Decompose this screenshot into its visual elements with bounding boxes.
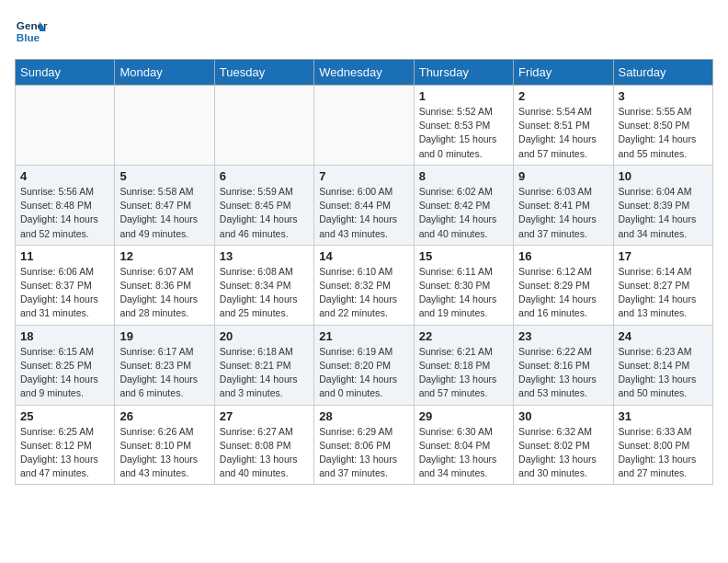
day-number: 31 bbox=[619, 409, 708, 423]
weekday-header-saturday: Saturday bbox=[613, 60, 712, 86]
day-number: 16 bbox=[518, 249, 608, 263]
logo-icon: General Blue bbox=[15, 15, 48, 48]
day-info: Sunrise: 6:06 AM Sunset: 8:37 PM Dayligh… bbox=[20, 265, 109, 321]
day-number: 22 bbox=[419, 329, 508, 343]
day-info: Sunrise: 5:58 AM Sunset: 8:47 PM Dayligh… bbox=[119, 185, 209, 241]
day-number: 24 bbox=[619, 329, 708, 343]
day-number: 6 bbox=[220, 169, 309, 183]
weekday-header-friday: Friday bbox=[514, 60, 613, 86]
calendar-week-row: 18Sunrise: 6:15 AM Sunset: 8:25 PM Dayli… bbox=[16, 325, 713, 405]
day-number: 20 bbox=[220, 329, 309, 343]
calendar-day-cell: 31Sunrise: 6:33 AM Sunset: 8:00 PM Dayli… bbox=[613, 405, 712, 485]
calendar-day-cell: 18Sunrise: 6:15 AM Sunset: 8:25 PM Dayli… bbox=[16, 325, 115, 405]
day-info: Sunrise: 6:08 AM Sunset: 8:34 PM Dayligh… bbox=[220, 265, 309, 321]
day-number: 29 bbox=[419, 409, 508, 423]
calendar-day-cell: 15Sunrise: 6:11 AM Sunset: 8:30 PM Dayli… bbox=[414, 245, 513, 325]
day-info: Sunrise: 6:10 AM Sunset: 8:32 PM Dayligh… bbox=[319, 265, 408, 321]
weekday-header-thursday: Thursday bbox=[414, 60, 513, 86]
day-info: Sunrise: 6:02 AM Sunset: 8:42 PM Dayligh… bbox=[419, 185, 508, 241]
day-info: Sunrise: 6:21 AM Sunset: 8:18 PM Dayligh… bbox=[419, 345, 508, 401]
calendar-day-cell: 7Sunrise: 6:00 AM Sunset: 8:44 PM Daylig… bbox=[314, 165, 414, 245]
day-number: 7 bbox=[319, 169, 408, 183]
calendar-day-cell: 11Sunrise: 6:06 AM Sunset: 8:37 PM Dayli… bbox=[16, 245, 115, 325]
day-info: Sunrise: 6:12 AM Sunset: 8:29 PM Dayligh… bbox=[518, 265, 608, 321]
calendar-day-cell: 13Sunrise: 6:08 AM Sunset: 8:34 PM Dayli… bbox=[214, 245, 313, 325]
day-number: 27 bbox=[220, 409, 309, 423]
day-number: 23 bbox=[518, 329, 608, 343]
calendar-day-cell: 6Sunrise: 5:59 AM Sunset: 8:45 PM Daylig… bbox=[214, 165, 313, 245]
calendar-day-cell: 10Sunrise: 6:04 AM Sunset: 8:39 PM Dayli… bbox=[613, 165, 712, 245]
weekday-header-monday: Monday bbox=[115, 60, 214, 86]
day-info: Sunrise: 6:25 AM Sunset: 8:12 PM Dayligh… bbox=[20, 425, 109, 481]
calendar-day-cell: 9Sunrise: 6:03 AM Sunset: 8:41 PM Daylig… bbox=[514, 165, 613, 245]
calendar-day-cell: 25Sunrise: 6:25 AM Sunset: 8:12 PM Dayli… bbox=[16, 405, 115, 485]
day-number: 17 bbox=[619, 249, 708, 263]
day-number: 15 bbox=[419, 249, 508, 263]
calendar-day-cell: 19Sunrise: 6:17 AM Sunset: 8:23 PM Dayli… bbox=[115, 325, 214, 405]
day-info: Sunrise: 6:15 AM Sunset: 8:25 PM Dayligh… bbox=[20, 345, 109, 401]
calendar-day-cell bbox=[115, 86, 214, 166]
day-number: 11 bbox=[20, 249, 109, 263]
calendar-day-cell: 2Sunrise: 5:54 AM Sunset: 8:51 PM Daylig… bbox=[514, 86, 613, 166]
calendar-day-cell: 16Sunrise: 6:12 AM Sunset: 8:29 PM Dayli… bbox=[514, 245, 613, 325]
day-number: 14 bbox=[319, 249, 408, 263]
day-number: 5 bbox=[119, 169, 209, 183]
page-header: General Blue bbox=[15, 15, 713, 48]
day-info: Sunrise: 6:29 AM Sunset: 8:06 PM Dayligh… bbox=[319, 425, 408, 481]
day-number: 12 bbox=[119, 249, 209, 263]
day-info: Sunrise: 6:07 AM Sunset: 8:36 PM Dayligh… bbox=[119, 265, 209, 321]
calendar-day-cell: 28Sunrise: 6:29 AM Sunset: 8:06 PM Dayli… bbox=[314, 405, 414, 485]
calendar-week-row: 11Sunrise: 6:06 AM Sunset: 8:37 PM Dayli… bbox=[16, 245, 713, 325]
day-number: 26 bbox=[119, 409, 209, 423]
day-info: Sunrise: 5:56 AM Sunset: 8:48 PM Dayligh… bbox=[20, 185, 109, 241]
day-number: 4 bbox=[20, 169, 109, 183]
day-number: 1 bbox=[419, 89, 508, 103]
calendar-day-cell bbox=[16, 86, 115, 166]
calendar-day-cell: 24Sunrise: 6:23 AM Sunset: 8:14 PM Dayli… bbox=[613, 325, 712, 405]
day-number: 19 bbox=[119, 329, 209, 343]
logo: General Blue bbox=[15, 15, 48, 48]
day-info: Sunrise: 6:30 AM Sunset: 8:04 PM Dayligh… bbox=[419, 425, 508, 481]
day-number: 13 bbox=[220, 249, 309, 263]
day-info: Sunrise: 6:19 AM Sunset: 8:20 PM Dayligh… bbox=[319, 345, 408, 401]
day-number: 2 bbox=[518, 89, 608, 103]
day-info: Sunrise: 6:33 AM Sunset: 8:00 PM Dayligh… bbox=[619, 425, 708, 481]
day-info: Sunrise: 6:11 AM Sunset: 8:30 PM Dayligh… bbox=[419, 265, 508, 321]
calendar-day-cell: 20Sunrise: 6:18 AM Sunset: 8:21 PM Dayli… bbox=[214, 325, 313, 405]
weekday-header-sunday: Sunday bbox=[16, 60, 115, 86]
calendar-day-cell: 5Sunrise: 5:58 AM Sunset: 8:47 PM Daylig… bbox=[115, 165, 214, 245]
day-info: Sunrise: 6:17 AM Sunset: 8:23 PM Dayligh… bbox=[119, 345, 209, 401]
day-number: 28 bbox=[319, 409, 408, 423]
day-number: 10 bbox=[619, 169, 708, 183]
calendar-day-cell: 23Sunrise: 6:22 AM Sunset: 8:16 PM Dayli… bbox=[514, 325, 613, 405]
day-info: Sunrise: 6:00 AM Sunset: 8:44 PM Dayligh… bbox=[319, 185, 408, 241]
svg-text:Blue: Blue bbox=[17, 31, 40, 43]
calendar-day-cell: 22Sunrise: 6:21 AM Sunset: 8:18 PM Dayli… bbox=[414, 325, 513, 405]
day-info: Sunrise: 6:14 AM Sunset: 8:27 PM Dayligh… bbox=[619, 265, 708, 321]
day-number: 30 bbox=[518, 409, 608, 423]
day-info: Sunrise: 5:55 AM Sunset: 8:50 PM Dayligh… bbox=[619, 105, 708, 161]
day-number: 3 bbox=[619, 89, 708, 103]
calendar-day-cell: 3Sunrise: 5:55 AM Sunset: 8:50 PM Daylig… bbox=[613, 86, 712, 166]
calendar-week-row: 1Sunrise: 5:52 AM Sunset: 8:53 PM Daylig… bbox=[16, 86, 713, 166]
day-number: 9 bbox=[518, 169, 608, 183]
weekday-header-row: SundayMondayTuesdayWednesdayThursdayFrid… bbox=[16, 60, 713, 86]
day-info: Sunrise: 6:22 AM Sunset: 8:16 PM Dayligh… bbox=[518, 345, 608, 401]
calendar-day-cell bbox=[314, 86, 414, 166]
calendar-week-row: 4Sunrise: 5:56 AM Sunset: 8:48 PM Daylig… bbox=[16, 165, 713, 245]
calendar-day-cell: 1Sunrise: 5:52 AM Sunset: 8:53 PM Daylig… bbox=[414, 86, 513, 166]
calendar-day-cell: 17Sunrise: 6:14 AM Sunset: 8:27 PM Dayli… bbox=[613, 245, 712, 325]
weekday-header-wednesday: Wednesday bbox=[314, 60, 414, 86]
calendar-day-cell: 4Sunrise: 5:56 AM Sunset: 8:48 PM Daylig… bbox=[16, 165, 115, 245]
day-info: Sunrise: 5:54 AM Sunset: 8:51 PM Dayligh… bbox=[518, 105, 608, 161]
calendar-day-cell: 12Sunrise: 6:07 AM Sunset: 8:36 PM Dayli… bbox=[115, 245, 214, 325]
day-number: 18 bbox=[20, 329, 109, 343]
weekday-header-tuesday: Tuesday bbox=[214, 60, 313, 86]
day-info: Sunrise: 6:03 AM Sunset: 8:41 PM Dayligh… bbox=[518, 185, 608, 241]
calendar-day-cell: 27Sunrise: 6:27 AM Sunset: 8:08 PM Dayli… bbox=[214, 405, 313, 485]
day-info: Sunrise: 5:59 AM Sunset: 8:45 PM Dayligh… bbox=[220, 185, 309, 241]
day-info: Sunrise: 6:18 AM Sunset: 8:21 PM Dayligh… bbox=[220, 345, 309, 401]
calendar-day-cell: 29Sunrise: 6:30 AM Sunset: 8:04 PM Dayli… bbox=[414, 405, 513, 485]
calendar-table: SundayMondayTuesdayWednesdayThursdayFrid… bbox=[15, 59, 713, 485]
calendar-week-row: 25Sunrise: 6:25 AM Sunset: 8:12 PM Dayli… bbox=[16, 405, 713, 485]
